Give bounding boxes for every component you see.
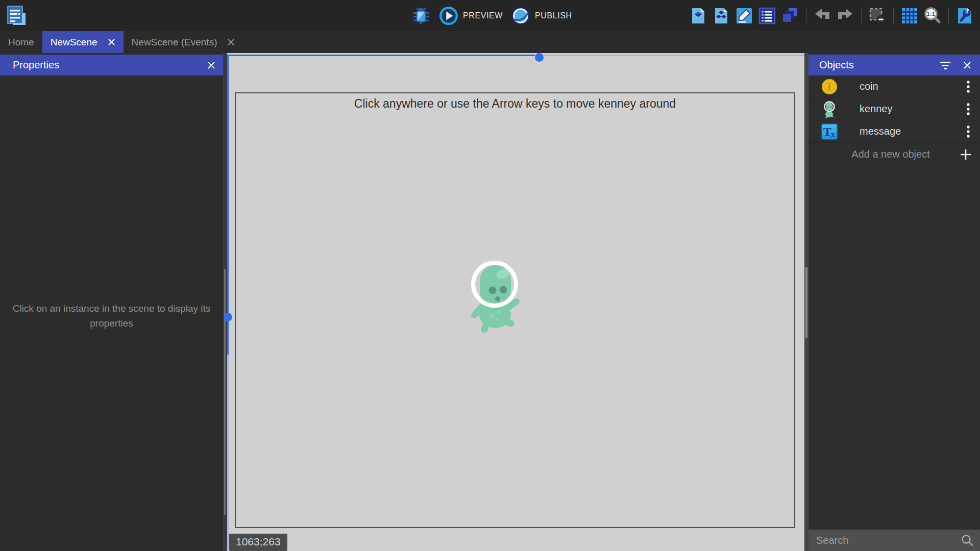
kebab-menu-icon[interactable] <box>966 102 971 116</box>
selection-border-top <box>227 55 535 56</box>
tab-label: Home <box>8 37 34 48</box>
selection-handle-left[interactable] <box>224 313 232 321</box>
search-icon <box>961 534 974 547</box>
instances-list-button[interactable] <box>758 7 776 25</box>
undo-button[interactable] <box>813 7 831 25</box>
panel-splitter[interactable] <box>223 53 227 551</box>
scene-properties-button[interactable] <box>735 7 753 25</box>
object-row-message[interactable]: T x message <box>808 120 980 143</box>
clear-selection-button[interactable] <box>868 7 887 25</box>
selection-handle-top[interactable] <box>535 53 544 62</box>
project-manager-icon <box>5 4 28 27</box>
coin-icon <box>821 78 838 95</box>
toolbar-right-group: 1:1 <box>689 0 974 31</box>
toolbar-divider <box>861 8 862 23</box>
wrench-icon <box>955 7 974 25</box>
project-settings-button[interactable] <box>955 7 974 25</box>
objects-search-bar <box>808 530 980 551</box>
canvas-scrollbar[interactable] <box>804 53 808 551</box>
deselect-icon <box>868 7 887 25</box>
objects-panel-title: Objects <box>819 59 854 71</box>
pencil-icon <box>735 7 753 25</box>
debug-bug-icon <box>411 6 431 26</box>
svg-text:T: T <box>823 125 831 138</box>
toolbar-divider <box>948 8 949 23</box>
instances-list-icon <box>758 7 776 25</box>
tab-bar: Home NewScene NewScene (Events) <box>0 31 980 53</box>
close-icon[interactable] <box>227 38 235 46</box>
text-object-icon: T x <box>821 123 838 140</box>
layers-icon <box>781 7 799 25</box>
objects-list: coin kenney <box>808 76 980 166</box>
tab-home[interactable]: Home <box>0 31 42 53</box>
object-row-kenney[interactable]: kenney <box>808 98 980 120</box>
toolbar-divider <box>893 8 894 23</box>
svg-text:x: x <box>831 131 835 138</box>
debug-button[interactable] <box>411 6 431 26</box>
toolbar-center-group: PREVIEW PUBLISH <box>411 0 572 31</box>
filter-icon[interactable] <box>940 61 951 70</box>
plus-icon[interactable] <box>960 148 972 161</box>
svg-text:1:1: 1:1 <box>927 11 935 16</box>
grid-button[interactable] <box>900 7 919 25</box>
properties-panel: Properties Click on an instance in the s… <box>0 53 223 551</box>
close-icon[interactable] <box>963 61 971 69</box>
tab-newscene-events[interactable]: NewScene (Events) <box>124 31 243 53</box>
redo-button[interactable] <box>836 7 854 25</box>
project-manager-button[interactable] <box>5 4 28 27</box>
objects-editor-icon <box>689 7 707 25</box>
zoom-original-button[interactable]: 1:1 <box>923 7 942 25</box>
properties-panel-title: Properties <box>13 59 59 71</box>
kenney-character-instance[interactable] <box>466 258 527 334</box>
grid-icon <box>900 7 919 25</box>
object-row-coin[interactable]: coin <box>808 76 980 98</box>
objects-editor-button[interactable] <box>689 7 707 25</box>
preview-button[interactable]: PREVIEW <box>439 6 503 26</box>
selection-border-left <box>227 55 229 355</box>
layers-editor-button[interactable] <box>781 7 799 25</box>
splitter-thumb[interactable] <box>224 269 226 515</box>
undo-icon <box>813 7 831 25</box>
objects-panel-header: Objects <box>808 55 980 76</box>
object-groups-button[interactable] <box>712 7 730 25</box>
globe-icon <box>511 6 530 26</box>
object-name: message <box>860 126 966 137</box>
kenney-icon <box>821 101 838 118</box>
search-input[interactable] <box>808 535 961 546</box>
scene-canvas[interactable]: Click anywhere or use the Arrow keys to … <box>227 53 804 551</box>
scrollbar-thumb[interactable] <box>805 267 807 338</box>
kebab-menu-icon[interactable] <box>966 124 971 139</box>
kebab-menu-icon[interactable] <box>966 80 971 94</box>
close-icon[interactable] <box>108 38 115 46</box>
object-name: coin <box>860 81 966 92</box>
close-icon[interactable] <box>207 61 215 69</box>
toolbar: PREVIEW PUBLISH <box>0 0 980 31</box>
preview-label: PREVIEW <box>463 11 503 20</box>
object-name: kenney <box>860 103 966 115</box>
redo-icon <box>836 7 854 25</box>
tab-newscene[interactable]: NewScene <box>42 31 124 53</box>
properties-panel-header: Properties <box>0 55 223 76</box>
properties-empty-message: Click on an instance in the scene to dis… <box>12 301 211 331</box>
objects-panel: Objects coin <box>808 53 980 551</box>
play-icon <box>439 6 458 26</box>
add-object-button[interactable]: Add a new object <box>808 143 980 166</box>
zoom-1-1-icon: 1:1 <box>923 7 942 25</box>
main-area: Properties Click on an instance in the s… <box>0 53 980 551</box>
toolbar-divider <box>806 8 806 23</box>
tab-label: NewScene (Events) <box>132 37 217 48</box>
add-object-label: Add a new object <box>808 148 960 160</box>
tab-label: NewScene <box>51 37 97 48</box>
publish-label: PUBLISH <box>535 11 572 20</box>
scene-text-instance[interactable]: Click anywhere or use the Arrow keys to … <box>235 97 795 111</box>
object-groups-icon <box>712 7 730 25</box>
publish-button[interactable]: PUBLISH <box>511 6 572 26</box>
cursor-coordinates: 1063;263 <box>229 534 287 551</box>
